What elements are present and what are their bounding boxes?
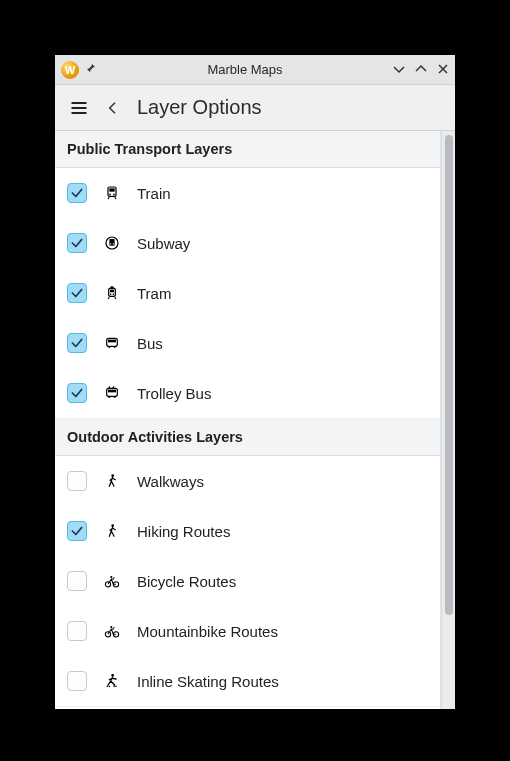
svg-point-28 <box>111 674 114 677</box>
svg-point-31 <box>113 686 115 688</box>
layer-label: Inline Skating Routes <box>137 673 279 690</box>
screen-title: Layer Options <box>137 96 262 119</box>
back-button[interactable] <box>105 98 121 118</box>
svg-rect-1 <box>109 188 114 191</box>
svg-rect-13 <box>108 340 116 343</box>
app-window: W Marble Maps Layer Options Public Trans… <box>55 55 455 709</box>
maximize-button[interactable] <box>415 62 427 78</box>
svg-point-19 <box>114 396 116 398</box>
layer-row[interactable]: Tram <box>55 268 440 318</box>
section-header: Outdoor Activities Layers <box>55 419 440 456</box>
svg-point-10 <box>110 294 112 296</box>
layer-row[interactable]: Bicycle Routes <box>55 556 440 606</box>
checkbox[interactable] <box>67 183 87 203</box>
svg-rect-8 <box>109 288 116 296</box>
layer-label: Bus <box>137 335 163 352</box>
layer-label: Train <box>137 185 171 202</box>
checkbox[interactable] <box>67 671 87 691</box>
layer-label: Trolley Bus <box>137 385 211 402</box>
svg-point-18 <box>108 396 110 398</box>
svg-point-22 <box>105 582 110 587</box>
layer-row[interactable]: Bus <box>55 318 440 368</box>
checkbox[interactable] <box>67 471 87 491</box>
svg-point-25 <box>105 632 110 637</box>
walk-icon <box>101 473 123 489</box>
subway-icon <box>101 235 123 251</box>
svg-point-24 <box>110 576 112 578</box>
pin-icon[interactable] <box>85 62 97 77</box>
mountainbike-icon <box>101 623 123 639</box>
trolleybus-icon <box>101 385 123 401</box>
layer-label: Mountainbike Routes <box>137 623 278 640</box>
checkbox[interactable] <box>67 383 87 403</box>
svg-point-7 <box>113 243 114 244</box>
scrollbar-thumb[interactable] <box>445 135 453 615</box>
layer-row[interactable]: Walkways <box>55 456 440 506</box>
checkbox[interactable] <box>67 621 87 641</box>
layer-label: Subway <box>137 235 190 252</box>
layer-row[interactable]: Trolley Bus <box>55 368 440 418</box>
svg-point-29 <box>107 686 109 688</box>
layer-list: Public Transport LayersTrainSubwayTramBu… <box>55 131 441 709</box>
layer-label: Tram <box>137 285 171 302</box>
svg-point-15 <box>114 346 116 348</box>
layer-row[interactable]: Inline Skating Routes <box>55 656 440 706</box>
skate-icon <box>101 673 123 689</box>
checkbox[interactable] <box>67 233 87 253</box>
bus-icon <box>101 335 123 351</box>
svg-point-6 <box>110 243 111 244</box>
checkbox[interactable] <box>67 333 87 353</box>
svg-point-11 <box>113 294 115 296</box>
svg-rect-5 <box>109 239 114 246</box>
hamburger-icon[interactable] <box>69 98 89 118</box>
scrollbar[interactable] <box>441 131 455 709</box>
layer-label: Bicycle Routes <box>137 573 236 590</box>
close-button[interactable] <box>437 62 449 78</box>
bicycle-icon <box>101 573 123 589</box>
layer-row[interactable]: Mountainbike Routes <box>55 606 440 656</box>
layer-label: Walkways <box>137 473 204 490</box>
tram-icon <box>101 285 123 301</box>
layer-row[interactable]: Train <box>55 168 440 218</box>
svg-point-3 <box>113 193 115 195</box>
svg-point-14 <box>108 346 110 348</box>
hike-icon <box>101 523 123 539</box>
train-icon <box>101 185 123 201</box>
layer-label: Hiking Routes <box>137 523 230 540</box>
window-title: Marble Maps <box>103 62 387 77</box>
topbar: Layer Options <box>55 85 455 131</box>
svg-point-27 <box>110 626 112 628</box>
svg-point-2 <box>109 193 111 195</box>
layer-row[interactable]: Hiking Routes <box>55 506 440 556</box>
svg-rect-12 <box>107 338 118 346</box>
svg-point-32 <box>115 686 117 688</box>
checkbox[interactable] <box>67 521 87 541</box>
titlebar: W Marble Maps <box>55 55 455 85</box>
checkbox[interactable] <box>67 571 87 591</box>
layer-row[interactable]: Subway <box>55 218 440 268</box>
svg-rect-17 <box>108 390 116 393</box>
svg-point-30 <box>109 686 111 688</box>
app-icon: W <box>61 61 79 79</box>
checkbox[interactable] <box>67 283 87 303</box>
section-header: Public Transport Layers <box>55 131 440 168</box>
minimize-button[interactable] <box>393 62 405 78</box>
svg-rect-16 <box>107 388 118 396</box>
svg-rect-9 <box>110 290 114 293</box>
